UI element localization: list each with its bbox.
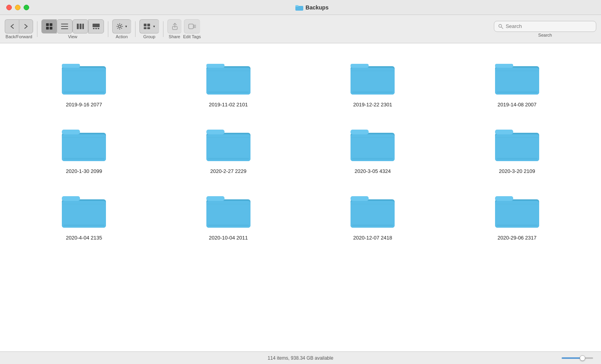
svg-rect-52 (495, 64, 513, 68)
zoom-slider-container (562, 357, 593, 359)
svg-rect-77 (62, 196, 80, 201)
folder-label: 2020-4-04 2135 (66, 235, 102, 241)
action-button[interactable]: ▾ (112, 19, 131, 33)
folder-item[interactable]: 2020-4-04 2135 (12, 184, 156, 251)
svg-rect-63 (206, 134, 250, 161)
folder-item[interactable]: 2020-3-20 2109 (445, 118, 590, 184)
svg-rect-28 (147, 27, 150, 29)
svg-rect-9 (77, 24, 79, 29)
svg-rect-42 (206, 64, 224, 68)
folder-icon (349, 59, 396, 97)
svg-rect-89 (352, 225, 393, 226)
svg-rect-64 (208, 158, 249, 160)
main-content: 2019-9-16 2077 2019-11-02 2101 (0, 43, 601, 351)
separator-4 (163, 21, 163, 37)
share-group: Share (167, 19, 182, 39)
svg-rect-26 (147, 24, 150, 26)
svg-line-35 (501, 27, 503, 28)
svg-rect-78 (62, 201, 106, 228)
group-group: ▾ Group (139, 19, 159, 39)
svg-rect-44 (208, 91, 249, 93)
svg-rect-12 (93, 24, 100, 27)
forward-button[interactable] (19, 19, 33, 33)
svg-line-22 (121, 28, 122, 28)
folder-item[interactable]: 2019-12-22 2301 (300, 51, 445, 118)
svg-rect-14 (95, 28, 97, 29)
search-input-wrapper[interactable] (494, 21, 596, 32)
status-bar: 114 items, 938.34 GB available (0, 351, 601, 364)
folder-label: 2020-29-06 2317 (497, 235, 536, 241)
svg-rect-43 (206, 68, 250, 95)
separator-3 (135, 21, 135, 37)
svg-line-24 (121, 24, 122, 25)
folder-icon (493, 59, 541, 97)
folder-item[interactable]: 2020-2-27 2229 (156, 118, 301, 184)
minimize-button[interactable] (15, 5, 20, 10)
svg-rect-74 (497, 158, 538, 160)
folder-item[interactable]: 2019-11-02 2101 (156, 51, 301, 118)
folder-item[interactable]: 2020-3-05 4324 (300, 118, 445, 184)
folder-item[interactable]: 2020-29-06 2317 (445, 184, 590, 251)
view-gallery-button[interactable] (88, 19, 104, 33)
folder-icon (349, 192, 396, 230)
action-label: Action (116, 34, 128, 39)
svg-rect-5 (50, 27, 52, 30)
svg-rect-53 (495, 68, 539, 95)
search-bar: Search (494, 21, 596, 37)
folder-item[interactable]: 2020-12-07 2418 (300, 184, 445, 251)
zoom-slider[interactable] (562, 357, 593, 359)
search-input[interactable] (506, 23, 592, 29)
traffic-lights (6, 5, 29, 10)
svg-rect-39 (63, 91, 104, 93)
folder-icon (60, 59, 108, 97)
svg-rect-30 (189, 24, 193, 29)
svg-rect-4 (46, 27, 49, 30)
search-label: Search (538, 33, 552, 37)
folder-icon (205, 192, 252, 230)
gear-icon (117, 23, 123, 30)
folder-grid: 2019-9-16 2077 2019-11-02 2101 (0, 43, 601, 259)
view-list-button[interactable] (57, 19, 72, 33)
folder-label: 2019-12-22 2301 (353, 102, 392, 108)
share-icon (172, 23, 178, 30)
folder-label: 2019-14-08 2007 (497, 102, 536, 108)
svg-rect-62 (206, 130, 224, 134)
gallery-view-icon (93, 24, 100, 29)
svg-rect-92 (495, 196, 513, 201)
folder-item[interactable]: 2020-1-30 2099 (12, 118, 156, 184)
back-button[interactable] (5, 19, 19, 33)
svg-rect-2 (46, 23, 49, 26)
view-grid-button[interactable] (41, 19, 57, 33)
folder-icon (60, 126, 108, 163)
separator-1 (37, 21, 37, 37)
folder-icon (493, 126, 541, 163)
svg-rect-48 (351, 68, 395, 95)
svg-rect-15 (98, 28, 99, 29)
folder-item[interactable]: 2019-9-16 2077 (12, 51, 156, 118)
group-icon (144, 24, 151, 29)
group-button[interactable]: ▾ (139, 19, 159, 33)
svg-rect-3 (50, 23, 52, 26)
share-button[interactable] (167, 19, 182, 33)
svg-rect-10 (80, 24, 82, 29)
status-text: 114 items, 938.34 GB available (268, 355, 334, 361)
view-label: View (68, 34, 78, 39)
svg-rect-83 (206, 201, 250, 228)
close-button[interactable] (6, 5, 12, 10)
maximize-button[interactable] (24, 5, 29, 10)
view-columns-button[interactable] (72, 19, 88, 33)
folder-item[interactable]: 2020-10-04 2011 (156, 184, 301, 251)
list-view-icon (61, 24, 68, 29)
svg-rect-94 (497, 225, 538, 226)
svg-rect-59 (63, 158, 104, 160)
svg-rect-11 (82, 24, 84, 29)
back-forward-label: Back/Forward (6, 34, 32, 39)
folder-item[interactable]: 2019-14-08 2007 (445, 51, 590, 118)
edit-tags-group: Edit Tags (183, 19, 201, 39)
action-group: ▾ Action (112, 19, 131, 39)
svg-rect-79 (63, 225, 104, 226)
svg-rect-69 (352, 158, 393, 160)
svg-rect-13 (93, 28, 95, 29)
columns-view-icon (77, 24, 84, 29)
edit-tags-button[interactable] (184, 19, 200, 33)
